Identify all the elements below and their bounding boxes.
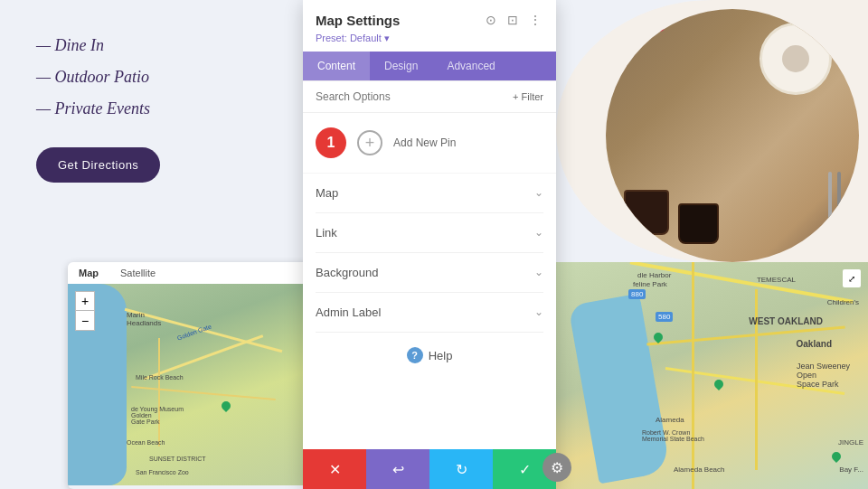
map-fullscreen-button[interactable]: ⤢ <box>843 269 861 287</box>
cancel-button[interactable]: ✕ <box>303 449 366 489</box>
section-admin-label[interactable]: Admin Label ⌄ <box>316 293 543 333</box>
section-map[interactable]: Map ⌄ <box>316 174 543 213</box>
map-label-sunset: SUNSET DISTRICT <box>149 456 206 462</box>
map-right-water <box>568 294 671 484</box>
map-pin-green <box>220 400 232 412</box>
map-label-mile-rock: Mile Rock Beach <box>136 374 184 381</box>
nav-item-private[interactable]: Private Events <box>36 99 267 118</box>
right-photo-area <box>556 0 868 262</box>
panel-search-bar: + Filter <box>303 81 556 113</box>
map-label-marin: MarinHeadlands <box>127 311 161 327</box>
map-label-alameda-beach: Alameda Beach <box>674 465 724 474</box>
map-label-bay-f: Bay F... <box>839 465 863 474</box>
section-map-chevron: ⌄ <box>534 186 543 200</box>
fullscreen-icon: ⤢ <box>848 274 855 284</box>
berry-3 <box>637 36 645 43</box>
tab-content[interactable]: Content <box>303 52 370 80</box>
nav-items: Dine In Outdoor Patio Private Events <box>36 36 267 131</box>
panel-title-icons: ⊙ ⊡ ⋮ <box>484 11 543 29</box>
map-label-ocean-beach: Ocean Beach <box>127 439 165 446</box>
map-label-deYoung: de Young MuseumGoldenGate Park <box>131 406 184 425</box>
map-label-sf-zoo: San Francisco Zoo <box>136 469 189 475</box>
highway-880: 880 <box>628 289 646 299</box>
section-map-label: Map <box>316 186 338 200</box>
panel-sections: Map ⌄ Link ⌄ Background ⌄ Admin Label ⌄ … <box>303 174 556 449</box>
map-label-temescal: TEMESCAL <box>757 276 796 284</box>
panel-footer: ✕ ↩ ↻ ✓ <box>303 449 556 489</box>
map-pin-2 <box>712 378 725 390</box>
map-label-west-oakland: WEST OAKLAND <box>749 316 823 326</box>
tab-design[interactable]: Design <box>370 52 432 80</box>
add-pin-button[interactable]: + <box>357 130 382 155</box>
map-road-3 <box>131 386 276 400</box>
panel-header: Map Settings ⊙ ⊡ ⋮ Preset: Default Conte… <box>303 0 556 81</box>
section-background-chevron: ⌄ <box>534 266 543 279</box>
help-label: Help <box>429 349 453 362</box>
section-link-chevron: ⌄ <box>534 226 543 240</box>
panel-layout-icon-btn[interactable]: ⊡ <box>505 11 520 29</box>
add-pin-label: Add New Pin <box>393 136 456 149</box>
help-icon: ? <box>407 347 423 363</box>
panel-preset[interactable]: Preset: Default <box>316 33 543 44</box>
get-directions-button[interactable]: Get Directions <box>36 147 160 183</box>
panel-tabs: Content Design Advanced <box>303 52 556 80</box>
coffee-cup-2 <box>678 203 719 244</box>
map-label-harbor: dle Harbor <box>637 271 671 279</box>
nav-item-dine-in[interactable]: Dine In <box>36 36 267 55</box>
section-background[interactable]: Background ⌄ <box>316 253 543 293</box>
food-table-image <box>606 9 859 262</box>
panel-title: Map Settings <box>316 13 400 28</box>
highway-580: 580 <box>656 312 673 322</box>
search-input[interactable] <box>316 90 513 103</box>
map-label-jean-sweeney: Jean SweeneyOpenSpace Park <box>797 362 850 389</box>
map-body: MarinHeadlands Golden Gate Mile Rock Bea… <box>68 284 312 485</box>
map-label-crown-beach: Robert W. CrownMemorial State Beach <box>642 429 704 442</box>
undo-button[interactable]: ↩ <box>366 449 429 489</box>
map-pin-3 <box>830 450 843 463</box>
help-row: ? Help <box>316 333 543 378</box>
map-label-childrens: Children's <box>827 298 859 306</box>
food-photo <box>606 9 859 262</box>
gear-icon: ⚙ <box>551 459 563 476</box>
pin-badge: 1 <box>316 127 346 158</box>
map-tab-satellite[interactable]: Satellite <box>109 262 166 284</box>
filter-button[interactable]: + Filter <box>513 91 543 102</box>
nav-item-outdoor[interactable]: Outdoor Patio <box>36 68 267 87</box>
map-road-4 <box>158 338 160 447</box>
donut-hole <box>782 45 809 72</box>
map-label-oakland: Oakland <box>797 339 832 349</box>
berry-2 <box>656 23 665 32</box>
panel-title-row: Map Settings ⊙ ⊡ ⋮ <box>316 11 543 29</box>
gear-floating-button[interactable]: ⚙ <box>542 453 571 482</box>
redo-button[interactable]: ↻ <box>429 449 493 489</box>
pin-area: 1 + Add New Pin <box>303 113 556 174</box>
panel-more-icon-btn[interactable]: ⋮ <box>527 11 543 29</box>
map-label-feline: feline Park <box>633 280 667 288</box>
panel-target-icon-btn[interactable]: ⊙ <box>484 11 498 29</box>
section-background-label: Background <box>316 266 378 279</box>
section-admin-chevron: ⌄ <box>534 306 543 319</box>
zoom-in-button[interactable]: + <box>75 291 95 311</box>
zoom-out-button[interactable]: − <box>75 311 95 331</box>
map-bottom-right: 580 880 TEMESCAL dle Harbor feline Park … <box>556 262 868 489</box>
map-right-road-v1 <box>692 262 694 489</box>
section-link-label: Link <box>316 226 337 240</box>
section-link[interactable]: Link ⌄ <box>316 213 543 253</box>
overlay-panel: Map Settings ⊙ ⊡ ⋮ Preset: Default Conte… <box>303 0 556 489</box>
tab-advanced[interactable]: Advanced <box>432 52 509 80</box>
knife <box>828 172 832 226</box>
map-tab-bar: Map Satellite <box>68 262 312 284</box>
plate-donut <box>760 23 832 95</box>
map-label-jingle: JINGLE <box>838 438 863 447</box>
map-bottom-left: Map Satellite MarinHeadlands Golden Gate… <box>68 262 312 489</box>
map-label-alameda: Alameda <box>656 416 684 424</box>
fork <box>837 172 841 226</box>
zoom-controls: + − <box>75 291 95 331</box>
section-admin-label-text: Admin Label <box>316 306 381 319</box>
coffee-cup-1 <box>624 190 669 235</box>
map-right-background: 580 880 TEMESCAL dle Harbor feline Park … <box>556 262 868 489</box>
map-tab-map[interactable]: Map <box>68 262 109 284</box>
